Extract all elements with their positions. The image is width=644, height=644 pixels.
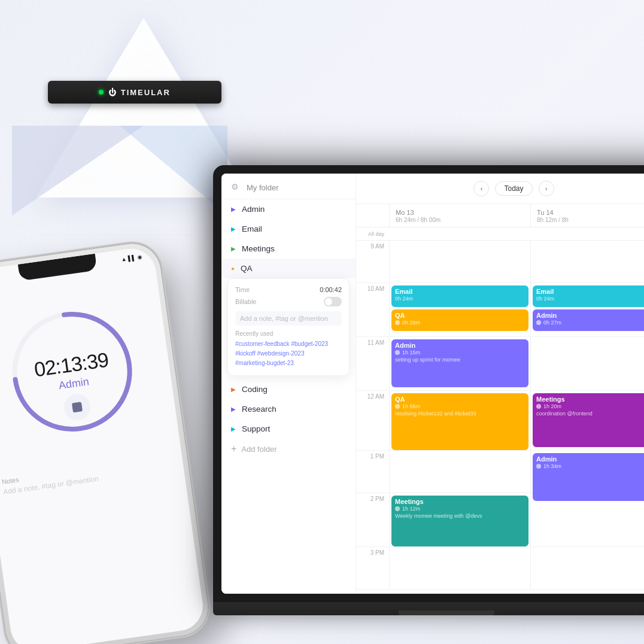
day-cell-tue-9am bbox=[530, 241, 644, 282]
day-cell-tue-2pm bbox=[530, 493, 644, 546]
event-title: Email bbox=[395, 288, 525, 295]
cal-event-email-tue[interactable]: Email 0h 24m bbox=[533, 285, 644, 307]
qa-popover: Time 0:00:42 Billable Add a note, #tag o… bbox=[227, 278, 350, 376]
app-window: ⚙ My folder ▶ Admin ▶ Email ▶ Meetings bbox=[221, 174, 644, 594]
hour-cells-11am: Admin 1h 15m setting up sprint for momee bbox=[389, 337, 644, 390]
event-duration: 1h 56m bbox=[395, 403, 525, 409]
hour-label-9am: 9 AM bbox=[356, 241, 389, 282]
day-cell-tue-10am: Email 0h 24m Admin 0h 27m bbox=[530, 283, 644, 336]
sidebar-label-research: Research bbox=[242, 405, 277, 414]
sidebar-item-research[interactable]: ▶ Research bbox=[221, 399, 356, 419]
hour-cells-10am: Email 0h 24m QA 0h 26m bbox=[389, 283, 644, 336]
sidebar-item-support[interactable]: ▶ Support bbox=[221, 419, 356, 439]
hour-row-11am: 11 AM Admin 1h 15m setting up sprint for… bbox=[356, 337, 644, 391]
popover-billable-row: Billable bbox=[235, 297, 342, 306]
cal-today-button[interactable]: Today bbox=[495, 181, 532, 196]
billable-toggle[interactable] bbox=[324, 297, 342, 306]
cal-event-qa2-mon[interactable]: QA 1h 56m resolving #ticket132 and #tick… bbox=[391, 393, 528, 450]
add-folder-button[interactable]: + Add folder bbox=[221, 439, 356, 459]
event-duration: 0h 27m bbox=[536, 320, 644, 326]
day-stats-tue: 8h 12m / 8h bbox=[537, 217, 644, 223]
event-title: Admin bbox=[536, 455, 644, 463]
cal-event-meetings-tue[interactable]: Meetings 1h 20m coordination @frontend bbox=[533, 393, 644, 447]
hour-cells-3pm bbox=[389, 547, 644, 589]
hour-label-10am: 10 AM bbox=[356, 283, 389, 336]
event-title: Admin bbox=[395, 342, 525, 349]
calendar-grid-header: Mo 13 6h 24m / 8h 00m Tu 14 8h 12m / 8h bbox=[356, 204, 644, 227]
event-title: Email bbox=[536, 288, 644, 295]
hour-row-3pm: 3 PM bbox=[356, 547, 644, 590]
laptop-base bbox=[213, 602, 644, 615]
day-cell-mon-2pm: Meetings 1h 12m Weekly momee meeting wit… bbox=[389, 493, 530, 546]
event-duration: 1h 34m bbox=[536, 463, 644, 469]
cal-event-admin-tue[interactable]: Admin 0h 27m bbox=[533, 309, 644, 331]
device-led bbox=[99, 90, 104, 95]
timer-circle: 02:13:39 Admin bbox=[0, 297, 147, 446]
event-duration: 1h 20m bbox=[536, 403, 644, 409]
day-cell-mon-10am: Email 0h 24m QA 0h 26m bbox=[389, 283, 530, 336]
popover-recently-used-label: Recently used bbox=[235, 330, 342, 337]
cal-event-admin-mon[interactable]: Admin 1h 15m setting up sprint for momee bbox=[391, 339, 528, 387]
cal-event-email-mon[interactable]: Email 0h 24m bbox=[391, 285, 528, 307]
sidebar-item-admin[interactable]: ▶ Admin bbox=[221, 199, 356, 219]
play-icon-coding: ▶ bbox=[231, 386, 236, 393]
day-cell-mon-11am: Admin 1h 15m setting up sprint for momee bbox=[389, 337, 530, 390]
hour-cells-9am bbox=[389, 241, 644, 282]
popover-note-input[interactable]: Add a note, #tag or @mention bbox=[235, 311, 342, 326]
cal-event-meetings-mon[interactable]: Meetings 1h 12m Weekly momee meeting wit… bbox=[391, 496, 528, 546]
hour-label-2pm: 2 PM bbox=[356, 493, 389, 546]
sidebar-item-meetings[interactable]: ▶ Meetings bbox=[221, 239, 356, 259]
tag-line-3[interactable]: #marketing-bugdet-23 bbox=[235, 359, 342, 368]
event-title: Meetings bbox=[536, 396, 644, 403]
app-sidebar: ⚙ My folder ▶ Admin ▶ Email ▶ Meetings bbox=[221, 174, 356, 594]
device-logo-text: ⏻ TIMEULAR bbox=[108, 88, 171, 97]
calendar-day-header-tue: Tu 14 8h 12m / 8h bbox=[530, 204, 644, 227]
cal-event-qa-mon[interactable]: QA 0h 26m bbox=[391, 309, 528, 331]
hour-label-11am: 11 AM bbox=[356, 337, 389, 390]
popover-tags: #customer-feedback #budget-2023 #kickoff… bbox=[235, 339, 342, 368]
hour-cells-2pm: Meetings 1h 12m Weekly momee meeting wit… bbox=[389, 493, 644, 546]
hour-label-12pm: 12 AM bbox=[356, 391, 389, 450]
event-duration: 0h 24m bbox=[395, 296, 525, 302]
play-icon-qa: ● bbox=[231, 265, 235, 272]
event-duration: 1h 15m bbox=[395, 350, 525, 356]
hour-cells-1pm: Admin 1h 34m bbox=[389, 451, 644, 493]
cal-prev-button[interactable]: ‹ bbox=[473, 181, 489, 196]
hour-label-1pm: 1 PM bbox=[356, 451, 389, 493]
phone-notes: Notes Add a note, #tag or @mention bbox=[1, 455, 172, 496]
app-calendar: ‹ Today › Mo 13 6h 24m / 8h 00m Tu 14 8h… bbox=[356, 174, 644, 594]
sidebar-item-coding[interactable]: ▶ Coding bbox=[221, 379, 356, 399]
laptop-bezel: ⚙ My folder ▶ Admin ▶ Email ▶ Meetings bbox=[213, 165, 644, 602]
folder-title: My folder bbox=[247, 183, 278, 192]
tag-line-2[interactable]: #kickoff #webdesign-2023 bbox=[235, 349, 342, 359]
sidebar-label-admin: Admin bbox=[242, 205, 265, 214]
stop-icon bbox=[72, 402, 83, 412]
play-icon-admin: ▶ bbox=[231, 206, 236, 212]
sidebar-item-qa[interactable]: ● QA bbox=[221, 259, 356, 278]
event-duration: 1h 12m bbox=[395, 506, 525, 512]
add-folder-label: Add folder bbox=[241, 445, 277, 454]
popover-time-value: 0:00:42 bbox=[320, 286, 342, 293]
octahedron-shape bbox=[12, 18, 227, 215]
tag-line-1[interactable]: #customer-feedback #budget-2023 bbox=[235, 339, 342, 349]
sidebar-folder-header: ⚙ My folder bbox=[221, 174, 356, 199]
hour-row-9am: 9 AM bbox=[356, 241, 644, 283]
event-desc: setting up sprint for momee bbox=[395, 357, 525, 363]
cal-next-button[interactable]: › bbox=[539, 181, 554, 196]
event-desc: Weekly momee meeting with @devs bbox=[395, 513, 525, 519]
day-cell-tue-3pm bbox=[530, 547, 644, 589]
play-icon-research: ▶ bbox=[231, 406, 236, 412]
calendar-body: 9 AM 10 AM bbox=[356, 241, 644, 594]
all-day-label: All day bbox=[356, 231, 389, 237]
sidebar-label-email: Email bbox=[242, 224, 262, 233]
day-stats-mon: 6h 24m / 8h 00m bbox=[396, 217, 524, 223]
day-label-mon: Mo 13 bbox=[396, 209, 524, 216]
event-title: Admin bbox=[536, 312, 644, 319]
play-icon-meetings: ▶ bbox=[231, 245, 236, 252]
hour-row-2pm: 2 PM Meetings 1h 12m Weekly momee meetin… bbox=[356, 493, 644, 547]
sidebar-item-email[interactable]: ▶ Email bbox=[221, 219, 356, 239]
play-icon-email: ▶ bbox=[231, 226, 236, 232]
sidebar-label-coding: Coding bbox=[242, 385, 268, 394]
day-label-tue: Tu 14 bbox=[537, 209, 644, 216]
calendar-header: ‹ Today › bbox=[356, 174, 644, 204]
